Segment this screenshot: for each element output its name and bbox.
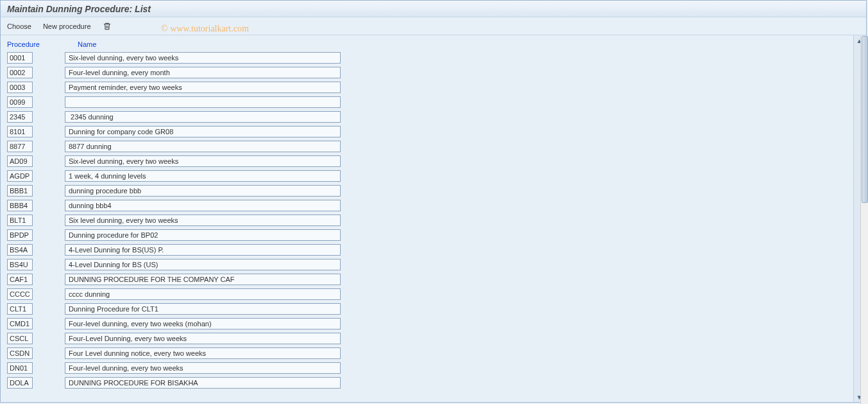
procedure-input[interactable] (7, 52, 33, 64)
choose-button[interactable]: Choose (7, 17, 31, 35)
name-input[interactable] (65, 288, 341, 300)
table-row (7, 243, 860, 257)
table-row (7, 125, 860, 139)
procedure-input[interactable] (7, 244, 33, 256)
name-input[interactable] (65, 333, 341, 344)
procedure-input[interactable] (7, 229, 33, 241)
table-row (7, 198, 860, 213)
name-input[interactable] (65, 52, 341, 64)
procedure-input[interactable] (7, 96, 33, 108)
name-input[interactable] (65, 377, 341, 389)
table-row (7, 213, 860, 227)
name-input[interactable] (65, 215, 341, 226)
procedure-input[interactable] (7, 288, 33, 300)
procedure-input[interactable] (7, 377, 33, 389)
table-body (7, 51, 860, 390)
title-bar: Maintain Dunning Procedure: List (1, 1, 866, 17)
table-row (7, 95, 860, 109)
table-row (7, 228, 860, 242)
procedure-input[interactable] (7, 170, 33, 182)
procedure-input[interactable] (7, 318, 33, 329)
name-input[interactable] (65, 141, 341, 152)
column-header-procedure[interactable]: Procedure (7, 40, 46, 48)
table-row (7, 169, 860, 183)
name-input[interactable] (65, 170, 341, 182)
name-input[interactable] (65, 347, 341, 359)
outer-vertical-scrollbar[interactable] (860, 36, 868, 404)
procedure-input[interactable] (7, 200, 33, 211)
name-input[interactable] (65, 155, 341, 167)
toolbar: Choose New procedure © www.tutorialkart.… (1, 17, 866, 35)
procedure-input[interactable] (7, 155, 33, 167)
table-row (7, 154, 860, 168)
scrollbar-thumb[interactable] (862, 36, 868, 203)
name-input[interactable] (65, 200, 341, 211)
name-input[interactable] (65, 303, 341, 315)
procedure-input[interactable] (7, 259, 33, 270)
name-input[interactable] (65, 126, 341, 137)
new-procedure-button[interactable]: New procedure (43, 17, 91, 35)
procedure-input[interactable] (7, 126, 33, 137)
table-row (7, 346, 860, 360)
name-input[interactable] (65, 244, 341, 256)
procedure-input[interactable] (7, 362, 33, 374)
table-row (7, 51, 860, 65)
content-area: Procedure Name ▲ ▼ (1, 35, 866, 402)
name-input[interactable] (65, 229, 341, 241)
name-input[interactable] (65, 362, 341, 374)
table-row (7, 139, 860, 154)
page-title: Maintain Dunning Procedure: List (7, 4, 151, 14)
table-row (7, 184, 860, 198)
name-input[interactable] (65, 274, 341, 285)
name-input[interactable] (65, 185, 341, 197)
table-row (7, 272, 860, 286)
table-row (7, 258, 860, 272)
table-row (7, 80, 860, 94)
procedure-input[interactable] (7, 274, 33, 285)
name-input[interactable] (65, 111, 341, 123)
procedure-input[interactable] (7, 303, 33, 315)
scrollbar-track[interactable] (860, 36, 868, 404)
table-row (7, 66, 860, 80)
procedure-input[interactable] (7, 333, 33, 344)
procedure-input[interactable] (7, 185, 33, 197)
name-input[interactable] (65, 67, 341, 78)
procedure-input[interactable] (7, 141, 33, 152)
procedure-input[interactable] (7, 82, 33, 93)
procedure-input[interactable] (7, 347, 33, 359)
table-row (7, 376, 860, 390)
table-row (7, 110, 860, 124)
table-row (7, 287, 860, 301)
delete-icon[interactable] (103, 22, 112, 31)
procedure-input[interactable] (7, 215, 33, 226)
column-header-name[interactable]: Name (78, 40, 96, 48)
name-input[interactable] (65, 318, 341, 329)
table-row (7, 361, 860, 375)
table-row (7, 331, 860, 346)
procedure-input[interactable] (7, 111, 33, 123)
procedure-input[interactable] (7, 67, 33, 78)
table-row (7, 302, 860, 316)
table-row (7, 317, 860, 331)
name-input[interactable] (65, 82, 341, 93)
column-header-row: Procedure Name (7, 40, 860, 48)
name-input[interactable] (65, 259, 341, 270)
name-input[interactable] (65, 96, 341, 108)
app-window: Maintain Dunning Procedure: List Choose … (0, 0, 867, 403)
